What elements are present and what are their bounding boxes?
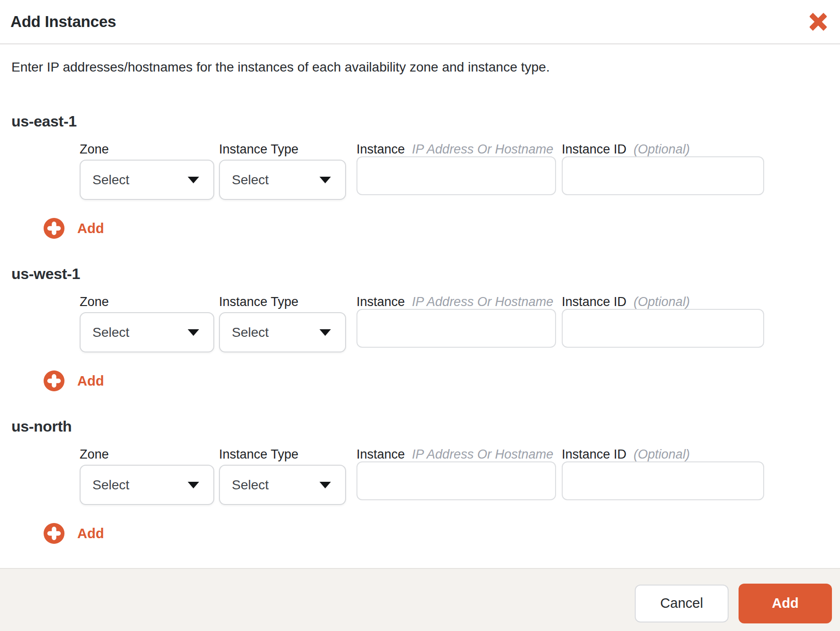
availability-zone-section: us-north Zone Instance Type InstanceIP A…	[11, 418, 829, 544]
instance-id-label: Instance ID	[562, 447, 627, 461]
field-controls-row: Select Select	[80, 156, 829, 200]
section-heading: us-west-1	[11, 265, 829, 282]
instance-hint: IP Address Or Hostname	[412, 142, 553, 156]
chevron-down-icon	[320, 177, 331, 183]
instance-hint: IP Address Or Hostname	[412, 447, 553, 461]
availability-zone-section: us-west-1 Zone Instance Type InstanceIP …	[11, 265, 829, 391]
plus-circle-icon	[44, 370, 64, 391]
zone-select-value: Select	[92, 478, 129, 493]
instance-hint: IP Address Or Hostname	[412, 295, 553, 309]
modal-footer: Cancel Add	[0, 568, 840, 631]
instance-label-group: InstanceIP Address Or Hostname	[356, 295, 556, 309]
plus-circle-icon	[44, 218, 64, 239]
add-instance-row-button[interactable]: Add	[44, 523, 104, 544]
instance-input[interactable]	[356, 461, 556, 500]
cancel-button[interactable]: Cancel	[635, 585, 729, 622]
instance-type-select-value: Select	[232, 172, 269, 188]
instance-id-input[interactable]	[562, 156, 764, 195]
section-heading: us-north	[11, 418, 829, 435]
instance-id-hint: (Optional)	[634, 447, 690, 461]
instance-label: Instance	[356, 295, 405, 309]
instance-type-select[interactable]: Select	[219, 312, 346, 352]
zone-label: Zone	[80, 142, 214, 156]
field-controls-row: Select Select	[80, 309, 829, 352]
instance-id-label-group: Instance ID(Optional)	[562, 447, 764, 461]
add-row-label: Add	[77, 221, 104, 236]
instance-label-group: InstanceIP Address Or Hostname	[356, 142, 556, 156]
instance-id-label: Instance ID	[562, 295, 627, 309]
instance-input[interactable]	[356, 156, 556, 195]
chevron-down-icon	[320, 329, 331, 336]
add-instances-modal: Add Instances Enter IP addresses/hostnam…	[0, 0, 840, 631]
add-instance-row-button[interactable]: Add	[44, 218, 104, 239]
instance-id-label-group: Instance ID(Optional)	[562, 142, 764, 156]
instance-id-input[interactable]	[562, 461, 764, 500]
add-row-label: Add	[77, 526, 104, 541]
section-heading: us-east-1	[11, 113, 829, 130]
instance-id-label-group: Instance ID(Optional)	[562, 295, 764, 309]
chevron-down-icon	[188, 177, 199, 183]
chevron-down-icon	[188, 482, 199, 488]
zone-select-value: Select	[92, 172, 129, 188]
modal-title: Add Instances	[10, 13, 116, 31]
instance-label: Instance	[356, 142, 405, 156]
instance-id-hint: (Optional)	[634, 295, 690, 309]
x-icon	[810, 13, 827, 31]
field-labels-row: Zone Instance Type InstanceIP Address Or…	[80, 142, 829, 156]
instance-type-label: Instance Type	[219, 295, 346, 309]
zone-select-value: Select	[92, 325, 129, 340]
instance-type-select[interactable]: Select	[219, 160, 346, 200]
instance-type-select[interactable]: Select	[219, 465, 346, 505]
instance-type-select-value: Select	[232, 478, 269, 493]
instance-id-hint: (Optional)	[634, 142, 690, 156]
instance-input[interactable]	[356, 309, 556, 348]
instance-id-input[interactable]	[562, 309, 764, 348]
plus-circle-icon	[44, 523, 64, 544]
zone-select[interactable]: Select	[80, 312, 214, 352]
sections-container: us-east-1 Zone Instance Type InstanceIP …	[11, 113, 829, 544]
field-labels-row: Zone Instance Type InstanceIP Address Or…	[80, 295, 829, 309]
modal-header: Add Instances	[0, 0, 840, 45]
add-submit-button[interactable]: Add	[739, 584, 832, 623]
modal-description: Enter IP addresses/hostnames for the ins…	[11, 59, 829, 75]
instance-id-label: Instance ID	[562, 142, 627, 156]
modal-body: Enter IP addresses/hostnames for the ins…	[0, 59, 840, 544]
field-controls-row: Select Select	[80, 461, 829, 505]
add-row-label: Add	[77, 373, 104, 389]
instance-label-group: InstanceIP Address Or Hostname	[356, 447, 556, 461]
zone-label: Zone	[80, 447, 214, 461]
instance-type-select-value: Select	[232, 325, 269, 340]
zone-select[interactable]: Select	[80, 160, 214, 200]
field-labels-row: Zone Instance Type InstanceIP Address Or…	[80, 447, 829, 461]
instance-label: Instance	[356, 447, 405, 461]
instance-type-label: Instance Type	[219, 142, 346, 156]
zone-label: Zone	[80, 295, 214, 309]
availability-zone-section: us-east-1 Zone Instance Type InstanceIP …	[11, 113, 829, 239]
chevron-down-icon	[320, 482, 331, 488]
close-button[interactable]	[808, 11, 829, 33]
chevron-down-icon	[188, 329, 199, 336]
instance-type-label: Instance Type	[219, 447, 346, 461]
zone-select[interactable]: Select	[80, 465, 214, 505]
add-instance-row-button[interactable]: Add	[44, 370, 104, 391]
